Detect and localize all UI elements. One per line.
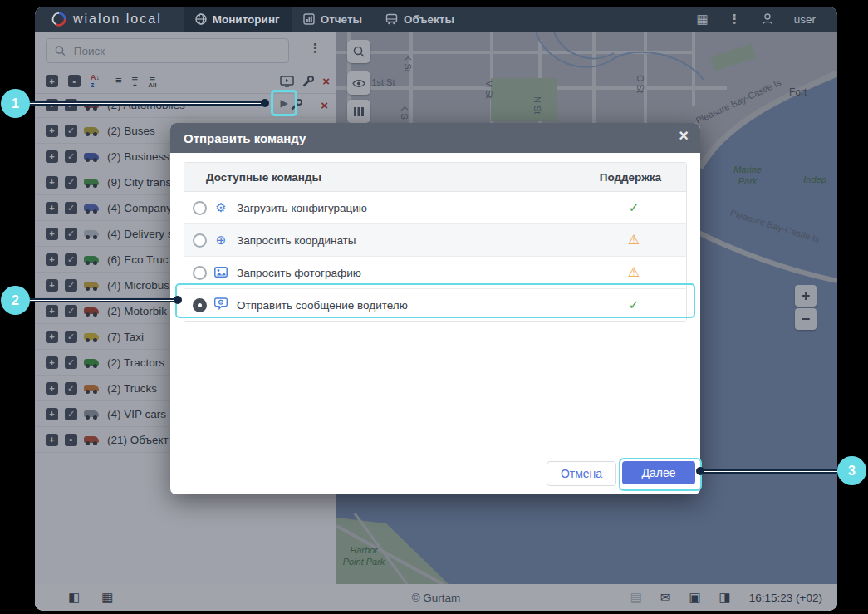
send-command-dialog: Отправить команду × Доступные команды По…: [170, 123, 700, 494]
tab-label: Объекты: [404, 13, 454, 26]
driver-message-icon: [212, 297, 230, 312]
radio-button[interactable]: [193, 266, 207, 280]
globe-icon: [195, 13, 207, 25]
app-window: wialon local Мониторинг Отчеты: [35, 7, 837, 611]
more-menu-icon[interactable]: ⋮: [728, 13, 741, 26]
user-icon[interactable]: [761, 12, 774, 26]
radio-button[interactable]: [193, 233, 207, 248]
command-row-query-photo[interactable]: Запросить фотографию ⚠: [184, 257, 686, 289]
support-ok-icon: ✓: [625, 202, 643, 214]
annotation-badge-2: 2: [1, 286, 30, 315]
report-icon: [303, 13, 315, 25]
send-command-button-highlight[interactable]: ▶: [271, 90, 297, 116]
command-label: Запросить фотографию: [237, 267, 361, 279]
column-commands: Доступные команды: [184, 171, 321, 184]
table-header: Доступные команды Поддержка: [184, 163, 686, 192]
annotation-dot-1: [261, 99, 269, 107]
support-warning-icon: ⚠: [625, 233, 643, 247]
command-row-load-config[interactable]: ⚙ Загрузить конфигурацию ✓: [184, 192, 686, 224]
next-button-highlight: Далее: [619, 458, 702, 491]
dialog-title: Отправить команду: [170, 131, 306, 145]
photo-icon: [212, 266, 230, 280]
user-name[interactable]: user: [794, 13, 816, 26]
tab-units[interactable]: Объекты: [374, 7, 466, 32]
locate-icon: ⊕: [212, 234, 230, 247]
play-icon: ▶: [280, 98, 287, 108]
annotation-dot-3: [696, 467, 704, 475]
commands-table: Доступные команды Поддержка ⚙ Загрузить …: [184, 162, 687, 322]
command-row-message-driver[interactable]: Отправить сообщение водителю ✓: [184, 289, 686, 321]
close-icon[interactable]: ×: [679, 126, 689, 145]
command-label: Загрузить конфигурацию: [237, 202, 367, 214]
support-ok-icon: ✓: [625, 299, 643, 312]
next-button[interactable]: Далее: [622, 461, 695, 484]
tab-label: Отчеты: [321, 13, 362, 26]
annotation-line-3: [703, 469, 839, 474]
tab-label: Мониторинг: [213, 13, 280, 26]
dialog-header: Отправить команду ×: [170, 123, 700, 153]
annotation-badge-3: 3: [837, 456, 866, 485]
logo: wialon local: [35, 12, 184, 27]
tab-reports[interactable]: Отчеты: [292, 7, 374, 32]
apps-grid-icon[interactable]: ▦: [697, 13, 709, 26]
command-label: Отправить сообщение водителю: [237, 299, 408, 312]
top-bar: wialon local Мониторинг Отчеты: [35, 7, 837, 32]
radio-button[interactable]: [193, 201, 207, 215]
bus-icon: [385, 13, 398, 25]
column-support: Поддержка: [600, 171, 661, 184]
command-row-query-position[interactable]: ⊕ Запросить координаты ⚠: [184, 224, 686, 257]
logo-text: wialon local: [73, 12, 162, 27]
command-label: Запросить координаты: [237, 234, 356, 247]
annotation-line-2: [30, 298, 176, 302]
radio-button-selected[interactable]: [193, 298, 207, 312]
annotation-badge-1: 1: [1, 89, 30, 118]
tab-monitoring[interactable]: Мониторинг: [184, 7, 292, 32]
annotation-dot-2: [174, 296, 182, 304]
config-icon: ⚙: [212, 202, 230, 214]
annotation-line-1: [30, 101, 264, 106]
support-warning-icon: ⚠: [625, 266, 643, 279]
wialon-logo-icon: [51, 12, 66, 27]
topbar-right: ▦ ⋮ user: [697, 12, 837, 26]
cancel-button[interactable]: Отмена: [547, 461, 616, 486]
